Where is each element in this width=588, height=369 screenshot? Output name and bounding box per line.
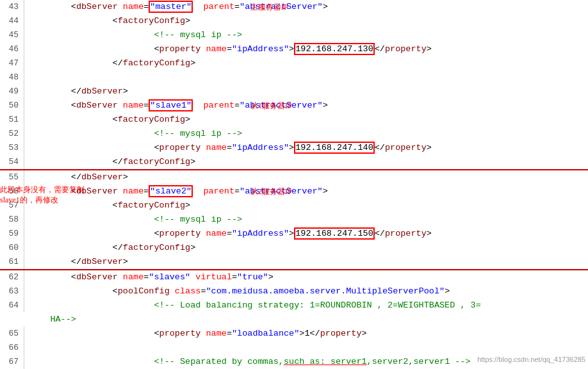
code-editor: 43 <dbServer name="master" parent="abstr…: [0, 0, 588, 369]
line-content: <dbServer name="slaves" virtual="true">: [29, 270, 588, 284]
line-num: 46: [0, 42, 24, 56]
line-content: <dbServer name="master" parent="abstract…: [29, 0, 588, 14]
code-line: 58 <!-- mysql ip -->: [0, 213, 588, 227]
line-content: <factoryConfig>: [29, 14, 588, 28]
line-num: 51: [0, 113, 24, 127]
line-content: <factoryConfig>: [29, 113, 588, 127]
line-num: 54: [0, 155, 24, 169]
line-num: 63: [0, 284, 24, 299]
line-num: 65: [0, 327, 24, 341]
line-num: 66: [0, 341, 24, 355]
line-num: 47: [0, 56, 24, 70]
line-content: </dbServer>: [29, 255, 588, 269]
line-content: <!-- mysql ip -->: [29, 127, 588, 141]
code-line: 61 </dbServer>: [0, 255, 588, 269]
code-line: 60 </factoryConfig>: [0, 241, 588, 255]
line-num: 53: [0, 141, 24, 155]
code-line: 64 <!-- Load balancing strategy: 1=ROUND…: [0, 299, 588, 313]
line-num: 49: [0, 85, 24, 99]
line-content: <property name="ipAddress">192.168.247.1…: [29, 141, 588, 155]
line-content: <factoryConfig>: [29, 199, 588, 213]
watermark: https://blog.csdn.net/qq_41736285: [477, 352, 585, 366]
code-line: 57 <factoryConfig>: [0, 199, 588, 213]
code-line: 52 <!-- mysql ip -->: [0, 127, 588, 141]
code-line: 51 <factoryConfig>: [0, 113, 588, 127]
line-num: 64: [0, 299, 24, 313]
line-num: 60: [0, 241, 24, 255]
code-content: 43 <dbServer name="master" parent="abstr…: [0, 0, 588, 369]
line-content: <!-- mysql ip -->: [29, 28, 588, 42]
code-line: 48: [0, 70, 588, 85]
line-content: </dbServer>: [29, 170, 588, 184]
line-num: 67: [0, 355, 24, 369]
line-num: 61: [0, 255, 24, 269]
code-line: HA-->: [0, 313, 588, 327]
line-content: <!-- Load balancing strategy: 1=ROUNDROB…: [29, 299, 588, 313]
code-line: 65 <property name="loadbalance">1</prope…: [0, 327, 588, 341]
line-num: 43: [0, 0, 24, 14]
code-line: 44 <factoryConfig>: [0, 14, 588, 28]
code-line: 62 <dbServer name="slaves" virtual="true…: [0, 270, 588, 284]
line-content: <!-- mysql ip -->: [29, 213, 588, 227]
code-line: 53 <property name="ipAddress">192.168.24…: [0, 141, 588, 155]
code-line: 43 <dbServer name="master" parent="abstr…: [0, 0, 588, 14]
code-line: 50 <dbServer name="slave1" parent="abstr…: [0, 99, 588, 113]
code-line: 55 </dbServer>: [0, 170, 588, 184]
line-content: <poolConfig class="com.meidusa.amoeba.se…: [29, 284, 588, 299]
line-content: </factoryConfig>: [29, 56, 588, 70]
code-line: 45 <!-- mysql ip -->: [0, 28, 588, 42]
code-line: 49 </dbServer>: [0, 85, 588, 99]
line-num: 52: [0, 127, 24, 141]
line-num: 59: [0, 227, 24, 241]
line-num: 50: [0, 99, 24, 113]
line-content: <property name="loadbalance">1</property…: [29, 327, 588, 341]
code-line: 59 <property name="ipAddress">192.168.24…: [0, 227, 588, 241]
line-content: HA-->: [29, 313, 588, 327]
line-num: 58: [0, 213, 24, 227]
line-content: <dbServer name="slave1" parent="abstract…: [29, 99, 588, 113]
code-line: 47 </factoryConfig>: [0, 56, 588, 70]
line-content: <property name="ipAddress">192.168.247.1…: [29, 227, 588, 241]
line-num: 48: [0, 70, 24, 85]
line-content: </dbServer>: [29, 85, 588, 99]
code-line: 63 <poolConfig class="com.meidusa.amoeba…: [0, 284, 588, 299]
line-num: 55: [0, 170, 24, 184]
code-line: 46 <property name="ipAddress">192.168.24…: [0, 42, 588, 56]
line-num: 45: [0, 28, 24, 42]
line-content: </factoryConfig>: [29, 241, 588, 255]
code-line: 54 </factoryConfig>: [0, 155, 588, 169]
left-annotation: 此段本身没有，需要复制slave1的，再修改: [0, 184, 85, 205]
line-content: <dbServer name="slave2" parent="abstract…: [29, 184, 588, 199]
code-line: 56 <dbServer name="slave2" parent="abstr…: [0, 184, 588, 199]
line-num: 44: [0, 14, 24, 28]
line-content: </factoryConfig>: [29, 155, 588, 169]
line-content: <property name="ipAddress">192.168.247.1…: [29, 42, 588, 56]
line-num: 62: [0, 270, 24, 284]
